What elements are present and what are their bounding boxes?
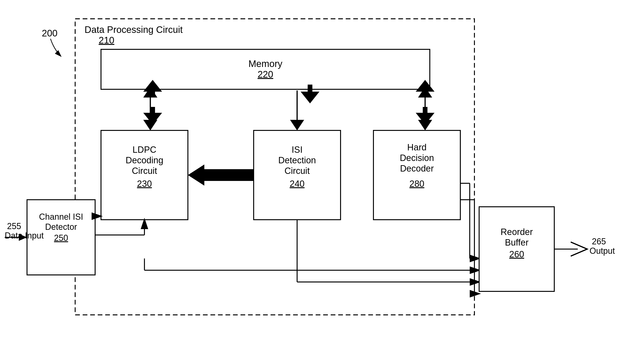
ref-200: 200 <box>42 28 58 38</box>
reorder-ref: 260 <box>509 249 524 259</box>
channel-ref: 250 <box>54 233 68 243</box>
hard-label1: Hard <box>407 142 426 152</box>
data-input-label: Data Input <box>5 231 44 240</box>
svg-rect-36 <box>479 207 554 291</box>
svg-marker-46 <box>290 120 304 130</box>
hard-ref: 280 <box>409 179 424 189</box>
isi-label1: ISI <box>292 145 302 155</box>
isi-label2: Detection <box>278 155 316 165</box>
ldpc-ref: 230 <box>137 179 152 189</box>
svg-marker-41 <box>143 120 157 130</box>
data-input-ref: 255 <box>7 221 21 231</box>
ldpc-label3: Circuit <box>132 166 157 176</box>
memory-label: Memory <box>248 59 282 69</box>
channel-label1: Channel ISI <box>39 212 83 222</box>
ldpc-label2: Decoding <box>126 155 164 165</box>
dpc-title: Data Processing Circuit <box>84 25 183 35</box>
dpc-ref: 210 <box>99 35 114 45</box>
isi-ref: 240 <box>290 179 304 189</box>
channel-label2: Detector <box>45 222 77 232</box>
isi-label3: Circuit <box>284 166 310 176</box>
memory-ref: 220 <box>258 69 274 79</box>
hard-label3: Decoder <box>400 164 434 173</box>
svg-marker-44 <box>418 120 432 130</box>
output-label: Output <box>590 246 615 256</box>
reorder-label1: Reorder <box>500 227 533 237</box>
reorder-label2: Buffer <box>505 238 529 247</box>
diagram-container: 200 Data Processing Circuit 210 Memory 2… <box>0 0 644 348</box>
svg-marker-18 <box>188 164 254 186</box>
output-ref: 265 <box>592 237 606 246</box>
hard-label2: Decision <box>400 153 434 163</box>
ldpc-label1: LDPC <box>132 145 156 155</box>
